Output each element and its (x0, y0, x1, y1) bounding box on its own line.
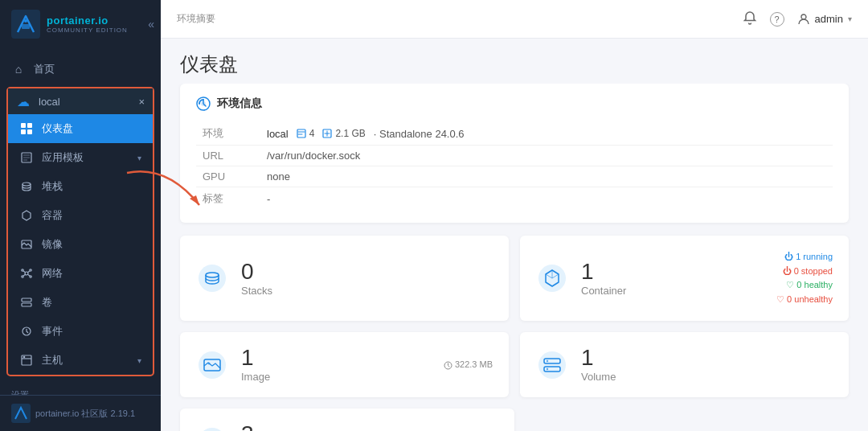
app-templates-icon (19, 150, 34, 165)
events-icon (19, 324, 34, 339)
svg-point-35 (208, 362, 211, 364)
image-card-icon (196, 349, 228, 381)
images-icon (19, 237, 34, 252)
env-info-icon (196, 96, 211, 111)
sidebar-stacks-label: 堆栈 (42, 179, 141, 194)
svg-point-8 (23, 183, 31, 186)
stacks-card-icon (196, 262, 228, 294)
env-row-tags: 标签 - (196, 187, 833, 211)
stat-card-networks[interactable]: 3 Networks (180, 408, 514, 431)
volumes-icon (19, 295, 34, 310)
sidebar-volumes-label: 卷 (42, 295, 141, 310)
image-size: 322.3 MB (444, 358, 493, 372)
user-menu[interactable]: admin ▾ (797, 13, 852, 26)
volume-count: 1 (581, 347, 833, 369)
sidebar-item-volumes[interactable]: 卷 (8, 288, 153, 317)
env-row-env: 环境 local 4 2.1 GB · St (196, 122, 833, 146)
sidebar-local-env[interactable]: ☁ local × (8, 88, 153, 114)
dashboard-icon (19, 121, 34, 136)
env-label-gpu: GPU (196, 166, 260, 187)
env-row-url: URL /var/run/docker.sock (196, 146, 833, 166)
page-title: 仪表盘 (180, 51, 849, 77)
svg-point-37 (538, 351, 566, 379)
image-meta: 322.3 MB (444, 358, 493, 372)
sidebar-app-templates-label: 应用模板 (42, 150, 137, 165)
stat-card-container[interactable]: 1 Container ⏻ 1 running ⏻ 0 stopped ♡ 0 … (520, 236, 849, 321)
sidebar-item-images[interactable]: 镜像 (8, 230, 153, 259)
sidebar-item-events[interactable]: 事件 (8, 317, 153, 346)
sidebar-item-stacks[interactable]: 堆栈 (8, 172, 153, 201)
svg-point-2 (24, 19, 27, 23)
sidebar-footer: portainer.io 社区版 2.19.1 (0, 395, 161, 431)
sidebar-local-close[interactable]: × (138, 96, 145, 108)
host-icon (19, 353, 34, 367)
volume-label: Volume (581, 371, 833, 383)
svg-point-33 (199, 351, 226, 379)
sidebar-images-label: 镜像 (42, 237, 141, 252)
container-stopped: ⏻ 0 stopped (776, 265, 833, 279)
sidebar-item-containers[interactable]: 容器 (8, 201, 153, 230)
container-count: 1 (581, 261, 764, 283)
env-value-url: /var/run/docker.sock (260, 146, 833, 166)
portainer-logo-icon (11, 10, 40, 39)
container-card-icon (536, 262, 568, 294)
stats-grid: 0 Stacks 1 Container (180, 236, 849, 431)
networks-count: 3 (241, 423, 498, 431)
logo-edition: COMMUNITY EDITION (47, 27, 128, 34)
svg-point-41 (547, 368, 548, 370)
sidebar-host-label: 主机 (42, 353, 137, 367)
env-info-title: 环境信息 (217, 96, 262, 111)
sidebar-collapse-button[interactable]: « (148, 18, 154, 31)
home-icon: ⌂ (11, 62, 26, 76)
svg-point-13 (22, 276, 23, 277)
svg-rect-4 (27, 123, 32, 128)
env-label-url: URL (196, 146, 260, 166)
stacks-count: 0 (241, 261, 493, 283)
container-unhealthy: ♡ 0 unhealthy (776, 293, 833, 307)
svg-point-12 (30, 269, 31, 271)
sidebar-containers-label: 容器 (42, 208, 141, 223)
logo-name: portainer.io (47, 14, 128, 27)
page-header: 仪表盘 (161, 39, 868, 84)
env-value-gpu: none (260, 166, 833, 187)
container-meta: ⏻ 1 running ⏻ 0 stopped ♡ 0 healthy ♡ 0 … (776, 250, 833, 306)
env-icon: ☁ (16, 94, 31, 109)
sidebar-networks-label: 网络 (42, 266, 141, 281)
sidebar-events-label: 事件 (42, 324, 141, 339)
main-content: 环境摘要 ? admin ▾ 仪表盘 (161, 0, 868, 431)
container-label: Container (581, 285, 764, 297)
image-count: 1 (241, 347, 431, 369)
volume-card-icon (536, 349, 568, 381)
portainer-footer-icon (11, 404, 31, 423)
sidebar-logo: portainer.io COMMUNITY EDITION « (0, 0, 161, 48)
svg-rect-3 (21, 123, 26, 128)
sidebar-home-label: 首页 (34, 62, 149, 76)
sidebar-item-networks[interactable]: 网络 (8, 259, 153, 288)
env-info-table: 环境 local 4 2.1 GB · St (196, 122, 833, 210)
content-area: 环境信息 环境 local 4 2. (161, 84, 868, 431)
sidebar: portainer.io COMMUNITY EDITION « ⌂ 首页 ☁ … (0, 0, 161, 431)
version-label: portainer.io 社区版 2.19.1 (35, 408, 135, 420)
host-arrow: ▾ (137, 356, 141, 365)
sidebar-item-dashboard[interactable]: 仪表盘 (8, 114, 153, 143)
svg-rect-15 (22, 298, 31, 302)
env-label-tags: 标签 (196, 187, 260, 211)
env-row-gpu: GPU none (196, 166, 833, 187)
stat-card-image[interactable]: 1 Image 322.3 MB (180, 332, 509, 397)
svg-point-19 (23, 356, 24, 357)
env-info-card: 环境信息 环境 local 4 2. (180, 84, 849, 223)
topbar-user-arrow: ▾ (848, 14, 852, 23)
svg-point-40 (547, 360, 548, 362)
help-icon[interactable]: ? (770, 12, 784, 27)
svg-rect-28 (297, 129, 305, 138)
stat-card-volume[interactable]: 1 Volume (520, 332, 849, 397)
svg-point-42 (199, 428, 226, 431)
sidebar-item-host[interactable]: 主机 ▾ (8, 346, 153, 375)
stacks-label: Stacks (241, 285, 493, 297)
sidebar-item-home[interactable]: ⌂ 首页 (0, 55, 161, 84)
svg-point-14 (30, 276, 31, 277)
sidebar-item-app-templates[interactable]: 应用模板 ▾ (8, 143, 153, 172)
stat-card-stacks[interactable]: 0 Stacks (180, 236, 509, 321)
notification-icon[interactable] (743, 10, 757, 28)
svg-point-30 (199, 265, 226, 292)
